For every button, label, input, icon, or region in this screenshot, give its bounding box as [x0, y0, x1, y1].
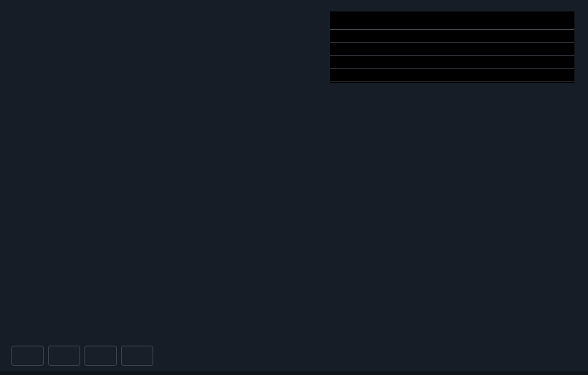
legend-item-free-cash-flow[interactable]: [85, 346, 117, 366]
hover-tooltip: [330, 11, 574, 83]
tooltip-row-revenue: [330, 30, 574, 43]
free-cash-flow-dot-icon: [95, 353, 101, 359]
earnings-revenue-growth-chart: [0, 0, 588, 375]
tooltip-row-free-cash-flow: [330, 56, 574, 69]
legend-item-revenue[interactable]: [11, 346, 44, 366]
cash-from-op-dot-icon: [131, 353, 138, 359]
tooltip-date-title: [330, 11, 574, 30]
revenue-dot-icon: [21, 353, 28, 359]
chart-legend: [11, 346, 153, 366]
bottom-edge-strip: [0, 371, 588, 375]
earnings-dot-icon: [58, 353, 64, 359]
legend-item-cash-from-op[interactable]: [121, 346, 153, 366]
tooltip-row-earnings: [330, 43, 574, 56]
legend-item-earnings[interactable]: [48, 346, 80, 366]
tooltip-row-cash-from-op: [330, 69, 574, 82]
